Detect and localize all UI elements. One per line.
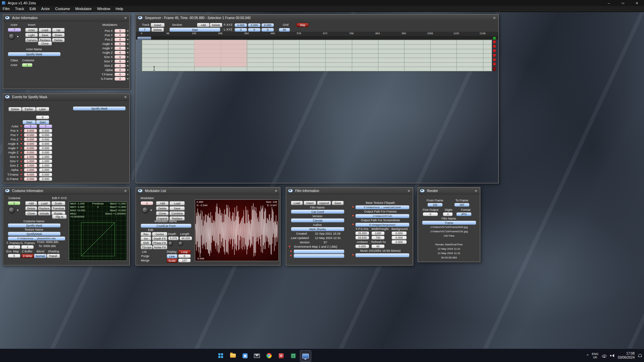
actor-info-button[interactable]: Up xyxy=(52,28,65,32)
screens-path-dot[interactable] xyxy=(352,224,354,225)
record-dot[interactable] xyxy=(20,134,22,136)
scrollbar-thumb[interactable] xyxy=(137,37,151,40)
costume-button[interactable]: Delete xyxy=(25,206,37,210)
line-value-field[interactable]: 0 xyxy=(178,254,191,258)
spinner-dot[interactable] xyxy=(127,30,128,32)
modulator-row-value[interactable]: 0 xyxy=(114,59,126,63)
track-marker-red[interactable] xyxy=(493,58,496,61)
event-value-2[interactable]: 0.000 xyxy=(39,173,52,177)
eye-icon[interactable] xyxy=(5,95,10,99)
sequencer-grid[interactable] xyxy=(142,40,492,71)
costume-button[interactable]: Load xyxy=(38,201,51,205)
later-button[interactable]: Later xyxy=(36,107,49,111)
close-icon[interactable] xyxy=(274,189,278,193)
window-titlebar[interactable]: Argus v1.40 Zeta xyxy=(0,0,644,6)
actor-knob[interactable] xyxy=(8,33,15,40)
delete-event-button[interactable]: Delete xyxy=(8,107,22,111)
start-button[interactable]: Start xyxy=(169,27,220,32)
close-icon[interactable] xyxy=(123,189,128,193)
close-icon[interactable] xyxy=(407,189,411,193)
spinner-dot[interactable] xyxy=(127,61,128,62)
menu-item[interactable]: Modulator xyxy=(73,6,95,12)
noise-knob[interactable] xyxy=(178,241,183,246)
modulator-row-value[interactable]: 0 xyxy=(114,51,126,55)
actor-name-field[interactable]: Spotify Mask xyxy=(8,52,61,56)
costume-button[interactable]: Clone xyxy=(25,211,37,216)
close-icon[interactable] xyxy=(474,189,478,193)
eye-icon[interactable] xyxy=(420,189,425,193)
t-frames-field[interactable]: 1 xyxy=(8,245,20,249)
eye-icon[interactable] xyxy=(5,16,10,20)
panel-titlebar[interactable]: Film Information xyxy=(286,187,413,194)
record-dot[interactable] xyxy=(20,178,22,180)
event-value-2[interactable]: 0.000 xyxy=(39,150,52,155)
actor-info-button[interactable]: Down xyxy=(52,33,65,37)
env-map-dot[interactable] xyxy=(289,246,290,247)
film-button[interactable]: Load xyxy=(291,201,303,205)
loop-button[interactable]: Loop xyxy=(178,250,191,254)
costume-button[interactable]: Add xyxy=(25,201,37,205)
modulator-knob[interactable] xyxy=(142,207,149,214)
actor-info-button[interactable]: Camera xyxy=(25,38,38,42)
costume-knob[interactable] xyxy=(8,207,15,214)
background-b-field[interactable]: 0.000 xyxy=(391,240,407,244)
format-field[interactable]: JPG xyxy=(456,212,472,216)
phase-knob[interactable] xyxy=(168,241,173,246)
transf-button[interactable]: Transf. xyxy=(47,254,60,258)
depth-value-field[interactable]: 0.075 xyxy=(168,236,179,240)
actor-number-field[interactable]: 7 xyxy=(8,28,21,32)
panel-titlebar[interactable]: Actor Information xyxy=(3,14,129,21)
costume-button[interactable]: Translate xyxy=(51,206,65,210)
z-write-button[interactable]: Z-Write xyxy=(21,254,34,258)
phase-fx-button[interactable]: Phase FX xyxy=(152,241,167,245)
panel-titlebar[interactable]: Render xyxy=(418,187,480,194)
costume-button[interactable]: Scale xyxy=(51,201,65,205)
modulator-row-value[interactable]: 0 xyxy=(114,29,126,33)
close-icon[interactable] xyxy=(123,95,128,99)
costume-button[interactable]: Include xyxy=(38,211,51,216)
event-value-2[interactable]: 0.000 xyxy=(39,146,52,150)
env-map2-dot[interactable] xyxy=(290,255,292,256)
event-value-1[interactable]: 0.000 xyxy=(24,150,37,155)
menu-item[interactable]: Edit xyxy=(27,6,39,12)
env-map-field[interactable]: 0 xyxy=(8,254,20,258)
modulator-row-value[interactable]: 0 xyxy=(114,72,126,76)
event-value-1[interactable]: 1.000 xyxy=(24,159,37,163)
eye-icon[interactable] xyxy=(5,189,10,193)
film-button[interactable]: Append xyxy=(317,201,331,205)
centre-button[interactable]: Centre xyxy=(152,232,167,236)
add-button[interactable]: Add xyxy=(197,23,210,27)
modulator-row-value[interactable]: 0 xyxy=(114,46,126,50)
costume-button[interactable]: Replace xyxy=(38,206,51,210)
event-value-1[interactable]: 0.000 xyxy=(24,177,37,181)
author-field[interactable]: Mark Sheeky xyxy=(291,227,344,231)
refresh-field[interactable]: 60 xyxy=(371,244,385,248)
panel-titlebar[interactable]: Modulator List xyxy=(136,187,280,194)
event-value-2[interactable]: 0.000 xyxy=(39,177,52,181)
env-map1-field[interactable] xyxy=(293,249,344,254)
costume-name-field[interactable]: Spotify Mask xyxy=(8,223,61,228)
selected-section-region[interactable] xyxy=(194,40,247,67)
track-marker-red[interactable] xyxy=(493,45,496,48)
modulator-number-field[interactable]: 1 xyxy=(141,201,153,205)
maximize-icon[interactable] xyxy=(616,0,630,6)
fx-field[interactable]: 0.000 xyxy=(234,23,247,27)
modulator-button[interactable]: Save xyxy=(169,206,185,210)
frames-path-field[interactable]: J:\Video\VS71A\ xyxy=(355,214,410,218)
scale-button[interactable]: Scale xyxy=(167,258,177,263)
language-indicator[interactable]: ENG UK xyxy=(592,352,598,359)
track-marker-red[interactable] xyxy=(493,54,496,57)
from-frame-field[interactable]: 192 xyxy=(427,203,443,207)
eye-icon[interactable] xyxy=(138,189,143,193)
modulator-row-value[interactable]: 0 xyxy=(114,64,126,68)
spinner-dot[interactable] xyxy=(127,69,128,71)
excel-icon[interactable] xyxy=(288,350,299,361)
flip-n-button[interactable]: Flip N xyxy=(52,215,67,219)
grid-size-field[interactable]: 96 xyxy=(279,28,290,32)
event-value-2[interactable]: 1.000 xyxy=(39,155,52,159)
record-dot[interactable] xyxy=(20,174,22,175)
actor-info-button[interactable]: Light xyxy=(25,33,38,37)
scale-value-field[interactable]: 127 xyxy=(178,258,191,262)
close-icon[interactable] xyxy=(492,16,497,20)
costume-number-field[interactable]: 1 xyxy=(22,63,33,67)
